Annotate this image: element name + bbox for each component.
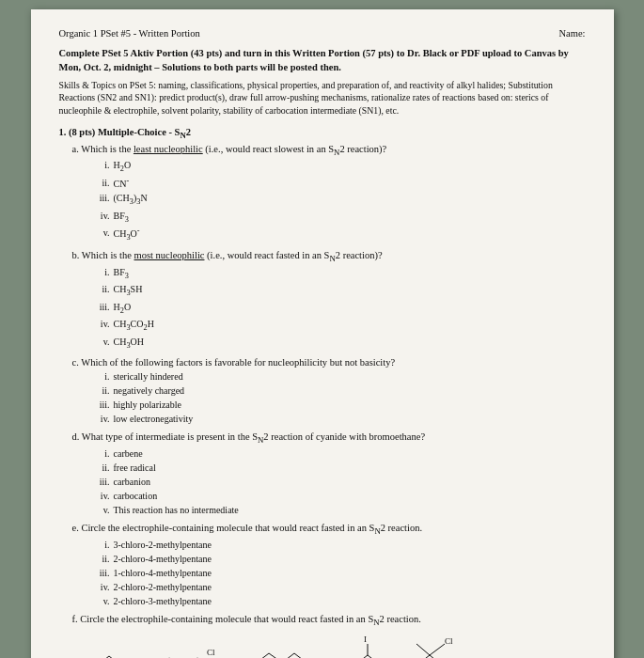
question-1: 1. (8 pts) Multiple-Choice - SN2 a. Whic… <box>59 125 586 658</box>
list-item: ii.free radical <box>93 461 586 475</box>
part-e: e. Circle the electrophile-containing mo… <box>72 521 586 608</box>
list-item: ii.CH3SH <box>93 282 586 299</box>
list-item: iii.H2O <box>93 300 586 317</box>
list-item: iii.highly polarizable <box>93 398 586 412</box>
list-item: iv.CH3CO2H <box>93 317 586 334</box>
part-a-label: a. Which is the least nucleophilic (i.e.… <box>72 144 387 154</box>
list-item: iv.carbocation <box>93 489 586 503</box>
svg-line-19 <box>430 644 445 655</box>
part-d-items: i.carbene ii.free radical iii.carbanion … <box>93 446 586 517</box>
header: Organic 1 PSet #5 - Written Portion Name… <box>59 26 586 40</box>
list-item: v.This reaction has no intermediate <box>93 503 586 517</box>
list-item: ii.2-chloro-4-methylpentane <box>93 552 586 566</box>
structure-f-2: Cl <box>152 634 237 658</box>
q1-label: 1. <box>59 127 70 137</box>
svg-text:Cl: Cl <box>207 648 215 657</box>
list-item: i.sterically hindered <box>93 369 586 384</box>
svg-text:I: I <box>364 634 367 644</box>
structure-f-4: I <box>342 634 394 658</box>
part-f-structures: Cl I <box>86 634 586 658</box>
part-e-label: e. Circle the electrophile-containing mo… <box>72 523 423 533</box>
structure-f-1 <box>86 639 137 658</box>
list-item: i.H2O <box>93 158 586 175</box>
part-e-items: i.3-chloro-2-methylpentane ii.2-chloro-4… <box>93 538 586 608</box>
list-item: i.3-chloro-2-methylpentane <box>93 538 586 552</box>
list-item: iv.low electronegativity <box>93 412 586 426</box>
list-item: iii.carbanion <box>93 475 586 489</box>
svg-line-9 <box>269 653 282 658</box>
svg-line-18 <box>416 644 430 655</box>
svg-line-11 <box>294 653 306 658</box>
list-item: iii.(CH3)3N <box>93 191 586 208</box>
part-a: a. Which is the least nucleophilic (i.e.… <box>72 142 586 244</box>
part-d-label: d. What type of intermediate is present … <box>72 431 426 442</box>
list-item: i.carbene <box>93 446 586 461</box>
list-item: v.CH3OH <box>93 335 586 352</box>
part-a-items: i.H2O ii.CN- iii.(CH3)3N iv.BF3 v.CH3O- <box>93 158 586 244</box>
skills-text: Skills & Topics on PSet 5: naming, class… <box>59 79 586 118</box>
list-item: i.BF3 <box>93 265 586 282</box>
structure-f-3 <box>252 634 327 658</box>
q1-title: (8 pts) Multiple-Choice - SN2 <box>69 127 191 137</box>
part-b: b. Which is the most nucleophilic (i.e.,… <box>72 248 586 352</box>
part-c-items: i.sterically hindered ii.negatively char… <box>93 369 586 426</box>
list-item: iv.2-chloro-2-methylpentane <box>93 580 586 594</box>
list-item: ii.CN- <box>93 176 586 191</box>
list-item: ii.negatively charged <box>93 384 586 398</box>
part-c-label: c. Which of the following factors is fav… <box>72 357 396 368</box>
list-item: v.2-chloro-3-methylpentane <box>93 594 586 608</box>
header-name: Name: <box>559 26 586 40</box>
list-item: iv.BF3 <box>93 209 586 226</box>
svg-line-8 <box>257 653 269 658</box>
intro-main: Complete PSet 5 Aktiv Portion (43 pts) a… <box>59 46 586 74</box>
part-b-items: i.BF3 ii.CH3SH iii.H2O iv.CH3CO2H v.CH3O… <box>93 265 586 352</box>
part-d: d. What type of intermediate is present … <box>72 430 586 517</box>
svg-text:Cl: Cl <box>445 636 453 646</box>
header-title: Organic 1 PSet #5 - Written Portion <box>59 26 200 40</box>
part-b-label: b. Which is the most nucleophilic (i.e.,… <box>72 250 383 260</box>
list-item: iii.1-chloro-4-methylpentane <box>93 566 586 580</box>
part-f-label: f. Circle the electrophile-containing mo… <box>72 614 421 624</box>
paper: Organic 1 PSet #5 - Written Portion Name… <box>31 9 614 658</box>
part-f: f. Circle the electrophile-containing mo… <box>72 612 586 658</box>
list-item: v.CH3O- <box>93 226 586 244</box>
part-c: c. Which of the following factors is fav… <box>72 355 586 426</box>
structure-f-5: Cl <box>409 634 465 658</box>
svg-line-10 <box>282 653 294 658</box>
